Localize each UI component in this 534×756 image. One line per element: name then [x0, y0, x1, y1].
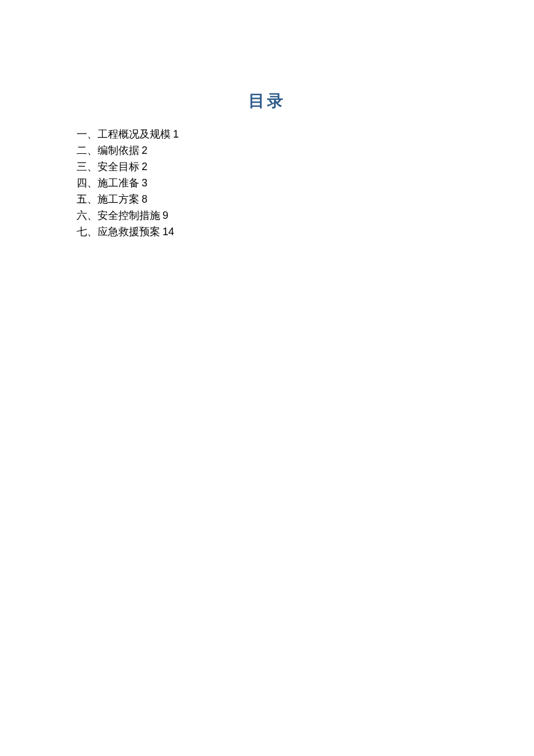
toc-item-page: 2: [142, 145, 147, 156]
toc-item: 六、安全控制措施9: [77, 207, 457, 224]
toc-item-label: 五、施工方案: [77, 193, 139, 205]
toc-item-page: 1: [173, 128, 179, 140]
toc-item-page: 3: [142, 177, 147, 189]
toc-item-label: 一、工程概况及规模: [77, 128, 171, 140]
toc-item: 四、施工准备3: [77, 175, 457, 191]
toc-item: 二、编制依据2: [77, 142, 457, 159]
toc-title: 目录: [77, 90, 457, 112]
toc-item-label: 二、编制依据: [77, 145, 139, 156]
toc-item: 七、应急救援预案14: [77, 224, 457, 240]
toc-item-label: 三、安全目标: [77, 161, 139, 172]
toc-item-label: 七、应急救援预案: [77, 226, 160, 237]
document-page: 目录 一、工程概况及规模1 二、编制依据2 三、安全目标2 四、施工准备3 五、…: [0, 0, 534, 240]
toc-item: 五、施工方案8: [77, 191, 457, 207]
toc-item: 一、工程概况及规模1: [77, 126, 457, 142]
toc-item-page: 14: [163, 226, 174, 237]
toc-item-label: 六、安全控制措施: [77, 210, 160, 221]
toc-item-page: 9: [163, 210, 168, 221]
toc-list: 一、工程概况及规模1 二、编制依据2 三、安全目标2 四、施工准备3 五、施工方…: [77, 126, 457, 240]
toc-item-page: 2: [142, 161, 147, 172]
toc-item-label: 四、施工准备: [77, 177, 139, 189]
toc-item-page: 8: [142, 193, 147, 205]
toc-item: 三、安全目标2: [77, 159, 457, 175]
